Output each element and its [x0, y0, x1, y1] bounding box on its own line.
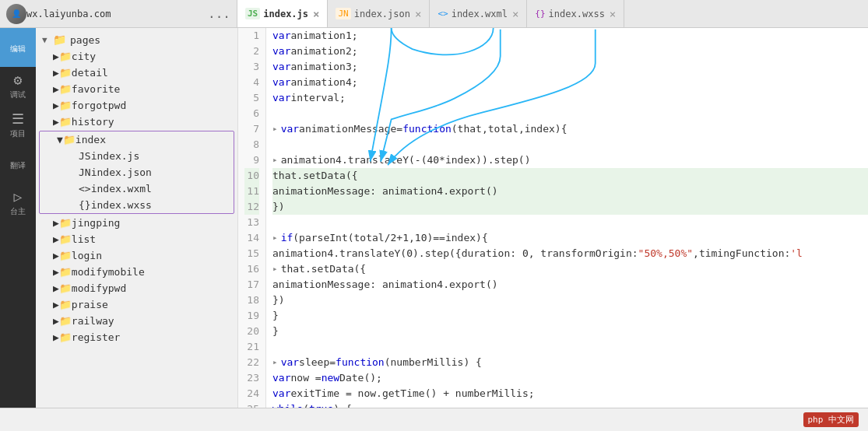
code-text: sleep= [299, 355, 336, 370]
code-text: }) [272, 293, 285, 308]
tree-item-index-json[interactable]: JNindex.json [40, 164, 234, 180]
line-num-3: 3 [244, 59, 259, 75]
code-text: Date(); [339, 370, 382, 386]
sidebar-icons: 编辑⚙调试☰项目翻译▷台主 [0, 28, 36, 408]
line-num-10: 10 [244, 168, 259, 184]
line-num-1: 1 [244, 28, 259, 44]
sidebar-label-debug: 调试 [10, 89, 26, 100]
tree-item-register[interactable]: ▶📁register [36, 329, 237, 345]
code-text: ,timingFunction: [693, 246, 790, 261]
keyword: new [322, 370, 339, 386]
arrow-forgotpwd: ▶ [53, 100, 59, 111]
label-register: register [72, 331, 121, 343]
more-button[interactable]: ... [208, 6, 230, 21]
tree-item-forgotpwd[interactable]: ▶📁forgotpwd [36, 97, 237, 114]
js-icon: JS [245, 8, 260, 19]
tree-item-list[interactable]: ▶📁list [36, 231, 237, 247]
code-editor[interactable]: 1234567891011121314151617181920212223242… [238, 28, 868, 408]
collapse-btn[interactable]: ▸ [272, 152, 278, 168]
label-history: history [72, 116, 114, 128]
tree-item-praise[interactable]: ▶📁praise [36, 296, 237, 313]
code-text: } [272, 324, 279, 339]
arrow-modifypwd: ▶ [53, 282, 59, 294]
code-line-23: var now = new Date(); [272, 370, 868, 386]
code-line-1: var animation1; [272, 28, 868, 44]
code-line-19: } [272, 308, 868, 324]
arrow-praise: ▶ [53, 299, 59, 310]
label-login: login [72, 250, 102, 261]
folder-icon-modifypwd: 📁 [59, 282, 72, 294]
arrow-modifymobile: ▶ [53, 266, 59, 278]
sidebar-icon-project[interactable]: ☰项目 [0, 106, 36, 145]
tree-item-index[interactable]: ▼📁index [40, 131, 234, 148]
close-button[interactable]: × [610, 8, 616, 20]
arrow-jingping: ▶ [53, 217, 59, 229]
keyword: var [272, 75, 290, 90]
line-num-8: 8 [244, 137, 259, 152]
code-line-10: that.setData({ [272, 168, 868, 184]
close-button[interactable]: × [313, 8, 319, 20]
tree-item-favorite[interactable]: ▶📁favorite [36, 81, 237, 97]
code-text: animation3; [290, 59, 357, 75]
sidebar-icon-stage[interactable]: ▷台主 [0, 184, 36, 223]
tree-item-modifymobile[interactable]: ▶📁modifymobile [36, 264, 237, 280]
code-text: } [272, 308, 279, 324]
json-file-icon: JN [79, 166, 91, 178]
arrow-railway: ▶ [53, 315, 59, 327]
tree-item-jingping[interactable]: ▶📁jingping [36, 215, 237, 231]
tree-item-pages[interactable]: ▼📁pages [36, 31, 237, 48]
line-num-4: 4 [244, 75, 259, 90]
tree-item-index-wxss[interactable]: {}index.wxss [40, 197, 234, 213]
folder-icon-forgotpwd: 📁 [59, 100, 72, 111]
code-line-17: animationMessage: animation4.export() [272, 277, 868, 293]
code-line-16: ▸ that.setData({ [272, 261, 868, 277]
tab-index-wxss[interactable]: {}index.wxss× [527, 0, 624, 27]
line-num-13: 13 [244, 215, 259, 230]
code-text: animation4.translateY(-(40*index)).step(… [281, 152, 531, 168]
code-line-2: var animation2; [272, 44, 868, 59]
tree-item-city[interactable]: ▶📁city [36, 48, 237, 65]
code-line-5: var interval; [272, 90, 868, 106]
sidebar-icon-debug[interactable]: ⚙调试 [0, 67, 36, 106]
tab-index-json[interactable]: JNindex.json× [328, 0, 430, 27]
tree-item-history[interactable]: ▶📁history [36, 114, 237, 130]
collapse-btn[interactable]: ▸ [272, 230, 278, 246]
tab-index-wxml[interactable]: <>index.wxml× [430, 0, 527, 27]
arrow-index: ▼ [57, 134, 63, 145]
collapse-btn[interactable]: ▸ [272, 121, 278, 137]
label-jingping: jingping [72, 217, 121, 229]
code-text: }) [272, 199, 285, 215]
tree-item-detail[interactable]: ▶📁detail [36, 65, 237, 81]
line-numbers: 1234567891011121314151617181920212223242… [238, 28, 266, 408]
sidebar-icon-translate[interactable]: 翻译 [0, 145, 36, 184]
tree-item-railway[interactable]: ▶📁railway [36, 313, 237, 329]
line-num-11: 11 [244, 184, 259, 199]
tab-index-js[interactable]: JSindex.js× [237, 0, 328, 27]
sidebar-label-stage: 台主 [10, 206, 26, 217]
close-button[interactable]: × [415, 8, 421, 20]
collapse-btn[interactable]: ▸ [272, 355, 278, 370]
tree-item-index-wxml[interactable]: <>index.wxml [40, 180, 234, 197]
debug-icon: ⚙ [14, 73, 23, 87]
avatar: 👤 [6, 4, 26, 24]
sidebar-icon-code[interactable]: 编辑 [0, 28, 36, 67]
code-text: animation1; [290, 28, 357, 44]
tab-label: index.wxss [549, 9, 605, 19]
label-modifypwd: modifypwd [72, 282, 126, 294]
keyword: function [402, 121, 452, 137]
collapse-btn[interactable]: ▸ [272, 261, 278, 277]
tree-item-index-js[interactable]: JSindex.js [40, 148, 234, 164]
code-lines: var animation1;var animation2;var animat… [266, 28, 868, 408]
label-index-wxml: index.wxml [91, 183, 152, 194]
tree-item-modifypwd[interactable]: ▶📁modifypwd [36, 280, 237, 296]
line-num-24: 24 [244, 386, 259, 401]
php-badge: php 中文网 [803, 412, 859, 427]
label-city: city [72, 51, 96, 62]
close-button[interactable]: × [512, 8, 518, 20]
label-index-json: index.json [91, 166, 152, 178]
line-num-15: 15 [244, 246, 259, 261]
tree-item-login[interactable]: ▶📁login [36, 247, 237, 264]
keyword: var [272, 370, 290, 386]
line-num-2: 2 [244, 44, 259, 59]
line-num-5: 5 [244, 90, 259, 106]
